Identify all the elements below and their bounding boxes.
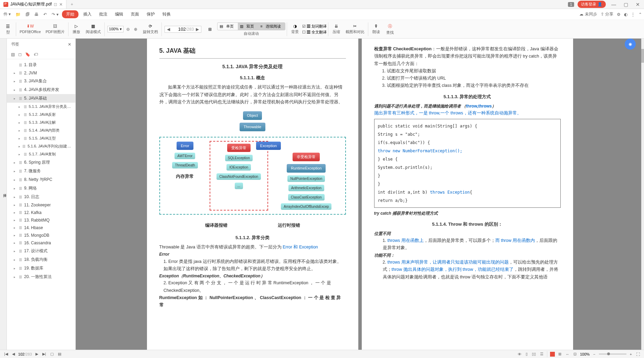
bookmark-item[interactable]: ▸🗏13. RabbitMQ xyxy=(7,216,75,224)
bookmark-item[interactable]: ▸🗏20. 一致性算法 xyxy=(7,273,75,281)
bookmark-tool-2-icon[interactable]: ◻ xyxy=(18,52,22,57)
bookmark-item[interactable]: ▸🗏5.1.1. JAVA异常分类及处理 xyxy=(7,103,75,111)
last-page-icon[interactable]: ▶| xyxy=(42,352,47,356)
bookmark-item[interactable]: ▸🗏9. 网络 xyxy=(7,184,75,193)
new-tab-button[interactable]: ＋ xyxy=(66,1,77,7)
status-page-icon[interactable]: ▤ xyxy=(57,352,62,356)
bookmark-item[interactable]: ▸🗏6. Spring 原理 xyxy=(7,158,75,167)
bookmark-item[interactable]: ▸🗏10. 日志 xyxy=(7,193,75,201)
page-prev-icon[interactable]: ◀ xyxy=(165,26,172,32)
page-input[interactable] xyxy=(172,27,186,32)
bookmark-tool-4-icon[interactable]: 🏷 xyxy=(34,52,38,57)
autoscroll-button[interactable]: 自动滚动 xyxy=(217,31,285,36)
window-minimize-icon[interactable]: — xyxy=(609,2,618,7)
play-button[interactable]: ▷播放 xyxy=(70,23,83,35)
zoom-out-status-icon[interactable]: − xyxy=(592,352,596,356)
word-translate-button[interactable]: ☑ ☰ 划词翻译 xyxy=(302,24,327,29)
fullscreen-icon[interactable]: ⛶ xyxy=(635,352,641,356)
prev-page-icon[interactable]: ◀ xyxy=(11,352,15,356)
file-tab[interactable]: JAVA核心知识整理.pdf ⊡ ✕ xyxy=(0,0,66,9)
zoom-slider[interactable] xyxy=(599,354,626,355)
collapse-ribbon-icon[interactable]: ⌃ xyxy=(638,12,642,17)
bookmark-item[interactable]: ▸🗏5. JAVA基础 xyxy=(7,94,75,103)
pdf-to-office-button[interactable]: ⬇WPDF转Office xyxy=(18,23,43,35)
save-icon[interactable]: 🗐 xyxy=(24,11,31,18)
bookmark-item[interactable]: ▸🗏5.1.2. JAVA反射 xyxy=(7,111,75,119)
double-page-mode[interactable]: ▥ 双页 xyxy=(238,23,258,30)
read-aloud-button[interactable]: 🎙朗读 xyxy=(370,23,383,35)
bookmark-tool-3-icon[interactable]: 🔖 xyxy=(25,52,30,57)
menu-annotate[interactable]: 批注 xyxy=(96,10,110,18)
status-bookmark-icon[interactable]: ▢ xyxy=(50,352,54,356)
full-translate-button[interactable]: ☐ ☰ 全文翻译 xyxy=(302,30,327,35)
print-icon[interactable]: 🖶 xyxy=(33,11,40,18)
bookmark-item[interactable]: ▸🗏15. MongoDB xyxy=(7,232,75,239)
bookmark-item[interactable]: ▸🗏18. 负载均衡 xyxy=(7,255,75,264)
menu-edit[interactable]: 编辑 xyxy=(112,10,126,18)
bookmark-item[interactable]: ▸🗏7. 微服务 xyxy=(7,167,75,175)
redo-icon[interactable]: ↷ ▾ xyxy=(50,11,60,18)
bookmark-item[interactable]: ▸🗏14. Hbase xyxy=(7,224,75,232)
background-button[interactable]: ◑背景 xyxy=(288,23,302,35)
bookmark-item[interactable]: ▸🗏2. JVM xyxy=(7,69,75,77)
thumbnail-icon[interactable]: ⊞ xyxy=(558,352,562,356)
skin-icon[interactable]: ◐ xyxy=(624,12,627,17)
menu-protect[interactable]: 保护 xyxy=(144,10,158,18)
guest-login-button[interactable]: 访客登录👤 xyxy=(578,1,606,8)
sidebar-close-icon[interactable]: ✕ xyxy=(68,42,71,47)
next-page-icon[interactable]: ▶ xyxy=(35,352,39,356)
read-mode-button[interactable]: ▦阅读模式 xyxy=(84,23,103,35)
bookmark-item[interactable]: ▸🗏16. Cassandra xyxy=(7,239,75,247)
single-page-mode[interactable]: ▤ 单页 xyxy=(218,23,238,30)
bookmark-item[interactable]: ▸🗏4. JAVA多线程并发 xyxy=(7,85,75,94)
open-icon[interactable]: 📁 xyxy=(14,11,22,18)
left-rail-toggle[interactable]: ☰型 xyxy=(1,23,14,35)
tab-pin-icon[interactable]: ⊡ xyxy=(54,2,57,7)
page-next-icon[interactable]: ▶ xyxy=(194,26,201,32)
rotate-button[interactable]: ⟳旋转文档 xyxy=(141,23,160,35)
bookmark-item[interactable]: ▸🗏5.1.5. JAVA泛型 xyxy=(7,134,75,142)
document-viewport[interactable]: 5. JAVA 基础 5.1.1. JAVA 异常分类及处理 5.1.1.1. … xyxy=(76,39,644,350)
fit-page-icon[interactable]: ⊡ xyxy=(573,352,577,356)
menu-start[interactable]: 开始 xyxy=(62,10,78,18)
file-menu-dropdown[interactable]: 件 ▾ xyxy=(2,11,12,18)
view-double-icon[interactable]: ▯▯ xyxy=(531,352,537,356)
bookmark-item[interactable]: ▸🗏5.1.3. JAVA注解 xyxy=(7,119,75,126)
find-button[interactable]: Ⓐ查找 xyxy=(383,23,397,36)
undo-icon[interactable]: ↶ xyxy=(42,11,48,18)
vertical-scrollbar[interactable] xyxy=(641,39,644,350)
zoom-out-icon[interactable]: ⊖ xyxy=(125,26,131,32)
present-icon[interactable] xyxy=(550,352,555,357)
screenshot-button[interactable]: ✂截图和对比 xyxy=(344,23,367,35)
view-continuous-icon[interactable]: ☰ xyxy=(539,352,544,356)
bookmark-item[interactable]: ▸🗏5.1.4. JAVA内部类 xyxy=(7,126,75,134)
pdf-to-image-button[interactable]: 🖼PDF转图片 xyxy=(44,23,67,35)
bookmark-item[interactable]: ▸🗏12. Kafka xyxy=(7,209,75,216)
view-single-icon[interactable]: ▯ xyxy=(525,352,528,356)
eye-protect-icon[interactable]: 👁 xyxy=(517,352,522,356)
continuous-mode[interactable]: ≡ 连续阅读 xyxy=(258,23,285,30)
share-button[interactable]: ⇪ 分享 xyxy=(601,11,613,17)
settings-icon[interactable]: ⚙ xyxy=(617,12,621,17)
sync-status[interactable]: ☁ 未同步 xyxy=(579,11,597,17)
window-close-icon[interactable]: ✕ xyxy=(634,2,642,7)
zoom-select[interactable]: 100% ▾ xyxy=(107,26,124,32)
bookmark-item[interactable]: ▸🗏3. JAVA集合 xyxy=(7,77,75,85)
bookmark-item[interactable]: ▸🗏11. Zookeeper xyxy=(7,201,75,209)
fit-width-icon[interactable]: ↔ xyxy=(565,352,570,356)
window-maximize-icon[interactable]: ▢ xyxy=(622,2,630,7)
zoom-in-status-icon[interactable]: + xyxy=(629,352,633,356)
tab-close-icon[interactable]: ✕ xyxy=(59,2,63,7)
menu-insert[interactable]: 插入 xyxy=(81,10,94,18)
more-icon[interactable]: ⋮ xyxy=(631,12,635,17)
bookmark-item[interactable]: ▸🗏19. 数据库 xyxy=(7,264,75,273)
floating-assistant-button[interactable]: ◉ xyxy=(625,39,636,50)
bookmark-item[interactable]: ▸🗏17. 设计模式 xyxy=(7,247,75,255)
bookmark-tool-1-icon[interactable]: ▤ xyxy=(11,52,15,57)
rail-select-icon[interactable]: 择 xyxy=(3,193,7,198)
first-page-icon[interactable]: |◀ xyxy=(3,352,9,356)
compress-button[interactable]: ⇊压缩 xyxy=(330,23,343,35)
bookmark-item[interactable]: 🗏1. 目录 xyxy=(7,61,75,69)
bookmark-item[interactable]: ▸🗏5.1.7. JAVA复制 xyxy=(7,150,75,158)
bookmark-item[interactable]: ▸🗏5.1.6. JAVA序列化(创建可复用的Java对象) xyxy=(7,142,75,150)
